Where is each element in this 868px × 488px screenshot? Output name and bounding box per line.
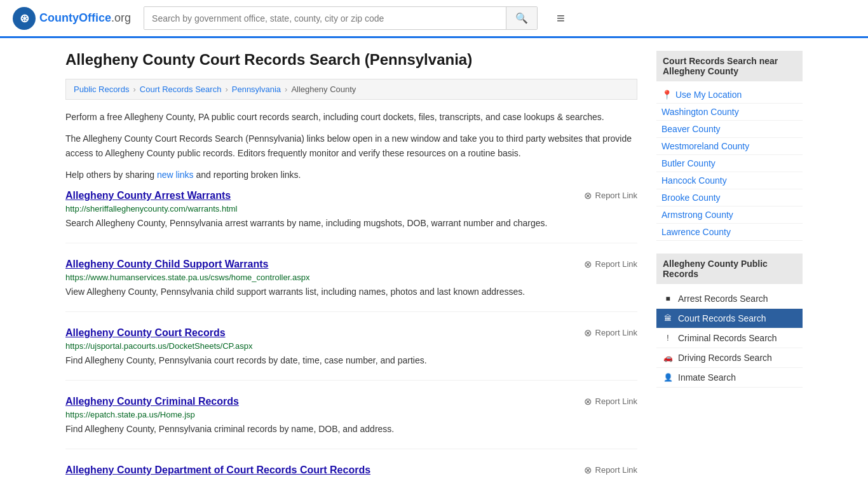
- menu-item-label: Court Records Search: [678, 313, 766, 323]
- breadcrumb-sep-1: ›: [133, 85, 135, 94]
- description-3: Help others by sharing new links and rep…: [65, 168, 637, 182]
- logo-text: CountyOffice.org: [39, 11, 131, 25]
- report-label: Report Link: [595, 396, 637, 406]
- result-item: Allegheny County Arrest Warrants ⊗ Repor…: [65, 190, 637, 243]
- result-url: https://ujsportal.pacourts.us/DocketShee…: [65, 341, 637, 351]
- description-1: Perform a free Allegheny County, PA publ…: [65, 110, 637, 124]
- menu-item-icon: 🚗: [663, 353, 673, 363]
- menu-item-icon: !: [663, 333, 673, 343]
- result-url: https://epatch.state.pa.us/Home.jsp: [65, 410, 637, 419]
- breadcrumb-pennsylvania[interactable]: Pennsylvania: [232, 85, 281, 94]
- menu-item-icon: 👤: [663, 372, 673, 383]
- report-link[interactable]: ⊗ Report Link: [584, 259, 637, 270]
- page-title: Allegheny County Court Records Search (P…: [65, 51, 637, 69]
- site-logo[interactable]: ⊛ CountyOffice.org: [13, 7, 131, 30]
- result-link[interactable]: Allegheny County Child Support Warrants: [65, 259, 268, 270]
- nearby-county-link[interactable]: Westmoreland County: [656, 138, 803, 155]
- report-icon: ⊗: [584, 464, 592, 476]
- report-link[interactable]: ⊗ Report Link: [584, 396, 637, 407]
- breadcrumb-sep-3: ›: [285, 85, 287, 94]
- report-icon: ⊗: [584, 327, 592, 339]
- report-label: Report Link: [595, 465, 637, 475]
- nearby-county-link[interactable]: Lawrence County: [656, 224, 803, 241]
- location-dot-icon: 📍: [661, 90, 672, 100]
- menu-item-icon: 🏛: [663, 313, 673, 323]
- result-link[interactable]: Allegheny County Criminal Records: [65, 396, 239, 407]
- report-icon: ⊗: [584, 396, 592, 407]
- public-records-menu-item[interactable]: ! Criminal Records Search: [656, 329, 803, 348]
- result-title-row: Allegheny County Child Support Warrants …: [65, 259, 637, 270]
- report-label: Report Link: [595, 191, 637, 200]
- new-links-link[interactable]: new links: [157, 170, 194, 180]
- public-records-menu-item[interactable]: 🚗 Driving Records Search: [656, 348, 803, 368]
- public-records-list: ■ Arrest Records Search 🏛 Court Records …: [656, 289, 803, 388]
- public-records-menu-item[interactable]: ■ Arrest Records Search: [656, 289, 803, 309]
- nearby-section: Court Records Search near Allegheny Coun…: [656, 51, 803, 241]
- report-icon: ⊗: [584, 259, 592, 270]
- breadcrumb-sep-2: ›: [225, 85, 227, 94]
- result-url: https://www.humanservices.state.pa.us/cs…: [65, 273, 637, 282]
- breadcrumb-court-records[interactable]: Court Records Search: [140, 85, 222, 94]
- report-label: Report Link: [595, 259, 637, 269]
- result-desc: View Allegheny County, Pennsylvania chil…: [65, 285, 637, 299]
- result-item: Allegheny County Department of Court Rec…: [65, 464, 637, 488]
- use-location-link[interactable]: 📍 Use My Location: [656, 86, 803, 104]
- hamburger-menu-icon[interactable]: ≡: [557, 10, 565, 27]
- search-input[interactable]: [144, 7, 506, 29]
- result-title-row: Allegheny County Criminal Records ⊗ Repo…: [65, 396, 637, 407]
- report-label: Report Link: [595, 328, 637, 337]
- search-bar: 🔍: [144, 6, 538, 30]
- result-url: http://sheriffalleghenycounty.com/warran…: [65, 204, 637, 214]
- page-container: Allegheny County Court Records Search (P…: [53, 38, 815, 488]
- breadcrumb-current: Allegheny County: [291, 85, 356, 94]
- site-header: ⊛ CountyOffice.org 🔍 ≡: [0, 0, 868, 38]
- search-button[interactable]: 🔍: [506, 7, 537, 29]
- result-title-row: Allegheny County Arrest Warrants ⊗ Repor…: [65, 190, 637, 201]
- result-link[interactable]: Allegheny County Court Records: [65, 327, 226, 339]
- nearby-county-link[interactable]: Beaver County: [656, 121, 803, 138]
- menu-item-label: Driving Records Search: [678, 353, 772, 363]
- menu-item-label: Inmate Search: [678, 372, 736, 383]
- main-content: Allegheny County Court Records Search (P…: [65, 51, 637, 488]
- result-item: Allegheny County Court Records ⊗ Report …: [65, 327, 637, 381]
- result-link[interactable]: Allegheny County Department of Court Rec…: [65, 464, 370, 476]
- description-2: The Allegheny County Court Records Searc…: [65, 132, 637, 160]
- sidebar: Court Records Search near Allegheny Coun…: [656, 51, 803, 488]
- logo-icon: ⊛: [13, 7, 36, 30]
- nearby-title: Court Records Search near Allegheny Coun…: [656, 51, 803, 81]
- result-desc: Find Allegheny County, Pennsylvania crim…: [65, 423, 637, 436]
- menu-item-label: Arrest Records Search: [678, 294, 768, 304]
- result-desc: Find Allegheny County, Pennsylvania cour…: [65, 354, 637, 367]
- public-records-menu-item[interactable]: 👤 Inmate Search: [656, 368, 803, 388]
- result-title-row: Allegheny County Court Records ⊗ Report …: [65, 327, 637, 339]
- report-link[interactable]: ⊗ Report Link: [584, 327, 637, 339]
- result-item: Allegheny County Child Support Warrants …: [65, 259, 637, 312]
- public-records-section: Allegheny County Public Records ■ Arrest…: [656, 254, 803, 388]
- nearby-county-link[interactable]: Butler County: [656, 155, 803, 172]
- public-records-menu-item[interactable]: 🏛 Court Records Search: [656, 309, 803, 329]
- breadcrumb: Public Records › Court Records Search › …: [65, 79, 637, 100]
- results-list: Allegheny County Arrest Warrants ⊗ Repor…: [65, 190, 637, 488]
- public-records-title: Allegheny County Public Records: [656, 254, 803, 284]
- result-link[interactable]: Allegheny County Arrest Warrants: [65, 190, 231, 201]
- result-title-row: Allegheny County Department of Court Rec…: [65, 464, 637, 476]
- result-desc: Search Allegheny County, Pennsylvania ar…: [65, 217, 637, 230]
- nearby-county-link[interactable]: Brooke County: [656, 189, 803, 207]
- menu-item-label: Criminal Records Search: [678, 333, 777, 343]
- report-link[interactable]: ⊗ Report Link: [584, 464, 637, 476]
- nearby-county-link[interactable]: Armstrong County: [656, 207, 803, 224]
- report-link[interactable]: ⊗ Report Link: [584, 190, 637, 201]
- nearby-links-list: Washington CountyBeaver CountyWestmorela…: [656, 104, 803, 241]
- breadcrumb-public-records[interactable]: Public Records: [74, 85, 129, 94]
- result-item: Allegheny County Criminal Records ⊗ Repo…: [65, 396, 637, 449]
- nearby-county-link[interactable]: Washington County: [656, 104, 803, 121]
- report-icon: ⊗: [584, 190, 592, 201]
- menu-item-icon: ■: [663, 294, 673, 304]
- nearby-county-link[interactable]: Hancock County: [656, 172, 803, 189]
